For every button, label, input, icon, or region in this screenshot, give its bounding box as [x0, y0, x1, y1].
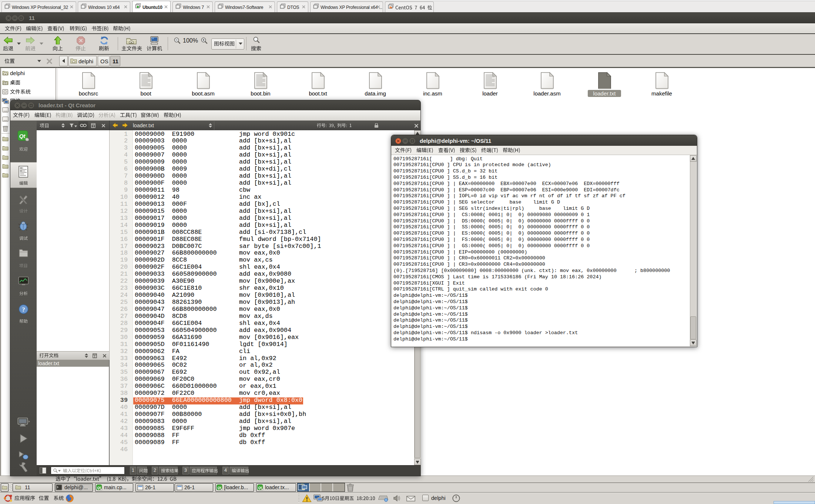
svg-text:Qt: Qt — [19, 133, 26, 139]
svg-text:?: ? — [22, 306, 25, 313]
